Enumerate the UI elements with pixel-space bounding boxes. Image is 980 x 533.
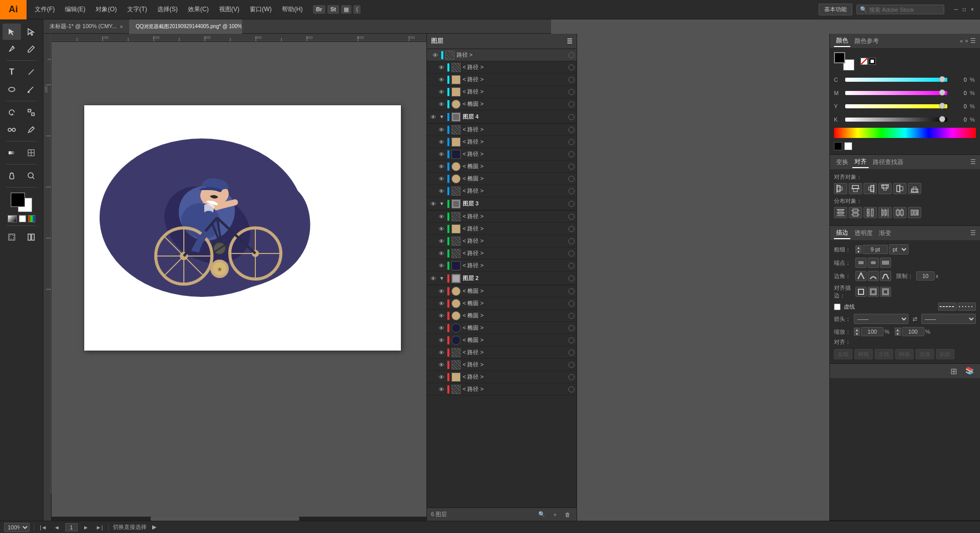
align-left-btn[interactable]	[834, 183, 847, 194]
align-center-h-btn[interactable]	[893, 183, 906, 194]
arrow-start-select[interactable]: —— → ◄	[854, 314, 909, 324]
layer4-item-0[interactable]: 👁 < 路径 >	[427, 124, 577, 136]
align-center-v-btn[interactable]	[849, 183, 862, 194]
color-panel-close[interactable]: ×	[965, 38, 968, 44]
tab-transparency[interactable]: 透明度	[852, 228, 875, 239]
layer4-header[interactable]: 👁 ▼ 图层 4	[427, 110, 577, 124]
workspace-btn[interactable]: 基本功能	[819, 4, 852, 15]
layer-item-1[interactable]: 👁 < 路径 >	[427, 74, 577, 86]
color-panel-expand-left[interactable]: «	[960, 38, 963, 44]
h-scroll-thumb[interactable]	[151, 517, 299, 521]
swap-colors-btn[interactable]	[861, 58, 868, 65]
pen-tool[interactable]	[3, 41, 21, 57]
layers-add-btn[interactable]: +	[552, 511, 559, 519]
limit-input[interactable]	[916, 271, 935, 281]
layers-content[interactable]: 👁 路径 > 👁 < 路径 > 👁 < 路径 > 👁 < 路径 >	[427, 49, 577, 507]
black-thumb[interactable]	[939, 116, 945, 122]
properties-icon-btn[interactable]: ⊞	[948, 365, 959, 377]
dashes-checkbox[interactable]	[834, 304, 841, 310]
color-mode-btn[interactable]	[19, 215, 26, 222]
layer-item-path-top[interactable]: 👁 路径 >	[427, 49, 577, 61]
layer2-item-0[interactable]: 👁 < 椭圆 >	[427, 285, 577, 297]
gradient-mode-btn[interactable]	[28, 215, 35, 222]
yellow-thumb[interactable]	[939, 103, 945, 109]
nav-prev[interactable]: ◄	[53, 524, 61, 531]
dash-aligned-btn[interactable]	[958, 303, 976, 311]
artboard-tool[interactable]	[3, 229, 21, 245]
white-swatch[interactable]	[844, 142, 852, 150]
dist-hcenter-btn[interactable]	[893, 207, 906, 218]
type-tool[interactable]: T	[3, 64, 21, 80]
scale-start-down[interactable]: ▼	[854, 332, 860, 336]
none-btn[interactable]	[8, 215, 17, 222]
tab-1[interactable]: QQ浏览器截图20190929144005.png* @ 100% (RGB/G…	[130, 19, 242, 34]
layer2-item-1[interactable]: 👁 < 椭圆 >	[427, 297, 577, 310]
color-panel-menu[interactable]: ☰	[970, 37, 976, 44]
layer2-item-7[interactable]: 👁 < 路径 >	[427, 371, 577, 383]
arrow-end-select[interactable]: —— → ◄	[921, 314, 976, 324]
layer3-item-4[interactable]: 👁 < 路径 >	[427, 260, 577, 272]
search-input[interactable]	[869, 7, 941, 13]
weight-unit-select[interactable]: pt px	[889, 244, 909, 254]
layer-circle-top[interactable]	[568, 52, 575, 58]
align-right-btn[interactable]	[864, 183, 877, 194]
tab-align[interactable]: 对齐	[852, 156, 869, 168]
menu-effect[interactable]: 效果(C)	[184, 3, 213, 16]
align-panel-menu[interactable]: ☰	[970, 158, 976, 166]
tab-color-ref[interactable]: 颜色参考	[852, 36, 881, 47]
mesh-tool[interactable]	[22, 145, 40, 161]
workspace-grid-btn[interactable]: ▦	[341, 5, 351, 14]
bridge-btn[interactable]: Br	[313, 5, 325, 14]
menu-select[interactable]: 选择(S)	[153, 3, 182, 16]
layer-item-3[interactable]: 👁 < 椭圆 >	[427, 98, 577, 110]
scale-start-up[interactable]: ▲	[854, 328, 860, 332]
ellipse-tool[interactable]	[3, 81, 21, 98]
layers-search-btn[interactable]: 🔍	[536, 510, 547, 519]
scale-start-input[interactable]	[861, 327, 883, 336]
line-tool[interactable]	[22, 64, 40, 80]
dist-right-btn[interactable]	[908, 207, 921, 218]
eye-icon-top[interactable]: 👁	[431, 51, 439, 59]
layer4-collapse[interactable]: ▼	[439, 114, 445, 120]
layer3-item-0[interactable]: 👁 < 路径 >	[427, 211, 577, 223]
menu-edit[interactable]: 编辑(E)	[61, 3, 89, 16]
status-play[interactable]: ▶	[151, 523, 158, 531]
corner-bevel[interactable]	[880, 271, 891, 281]
layer3-header[interactable]: 👁 ▼ 图层 3	[427, 197, 577, 211]
tab-0-close[interactable]: ×	[119, 24, 123, 30]
fill-box[interactable]	[834, 52, 845, 63]
weight-input[interactable]	[863, 245, 888, 254]
scale-tool[interactable]	[22, 104, 40, 121]
layer2-item-5[interactable]: 👁 < 路径 >	[427, 346, 577, 359]
layer-item-0[interactable]: 👁 < 路径 >	[427, 61, 577, 74]
fill-stroke-swatches[interactable]	[11, 193, 32, 212]
nav-last[interactable]: ►|	[94, 524, 105, 531]
magenta-thumb[interactable]	[939, 89, 945, 96]
scale-end-up[interactable]: ▲	[895, 328, 901, 332]
pencil-tool[interactable]	[22, 41, 40, 57]
zoom-tool[interactable]	[22, 168, 40, 184]
layer3-item-2[interactable]: 👁 < 路径 >	[427, 235, 577, 247]
rotate-tool[interactable]	[3, 104, 21, 121]
layer2-item-2[interactable]: 👁 < 椭圆 >	[427, 310, 577, 322]
align-top-btn[interactable]	[878, 183, 892, 194]
default-colors-btn[interactable]	[869, 58, 876, 65]
dist-vcenter-btn[interactable]	[849, 207, 862, 218]
tab-0[interactable]: 未标题-1* @ 100% (CMY... ×	[43, 19, 130, 34]
layer3-item-3[interactable]: 👁 < 路径 >	[427, 247, 577, 260]
menu-type[interactable]: 文字(T)	[123, 3, 151, 16]
menu-file[interactable]: 文件(F)	[31, 3, 59, 16]
tab-transform[interactable]: 变换	[834, 157, 850, 168]
menu-object[interactable]: 对象(O)	[91, 3, 121, 16]
corner-miter[interactable]	[855, 271, 867, 281]
cap-butt[interactable]	[855, 258, 867, 268]
page-input[interactable]	[65, 523, 78, 531]
tab-pathfinder[interactable]: 路径查找器	[871, 157, 905, 168]
layer2-item-4[interactable]: 👁 < 椭圆 >	[427, 334, 577, 346]
cyan-thumb[interactable]	[939, 76, 945, 82]
hand-tool[interactable]	[3, 168, 21, 184]
layer-item-2[interactable]: 👁 < 路径 >	[427, 86, 577, 98]
eyedropper-tool[interactable]	[22, 122, 40, 138]
fill-swatch[interactable]	[11, 193, 25, 207]
black-slider[interactable]	[845, 118, 947, 122]
